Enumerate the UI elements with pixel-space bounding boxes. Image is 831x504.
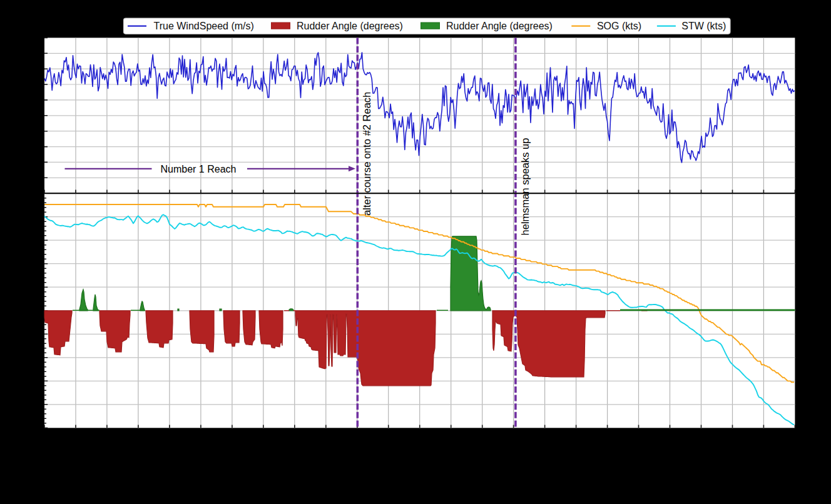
svg-text:Rudder Angle (degrees): Rudder Angle (degrees) [297,21,403,31]
svg-text:alter course onto #2 Reach: alter course onto #2 Reach [361,92,372,216]
svg-text:helmsman speaks up: helmsman speaks up [519,138,531,236]
svg-text:Rudder Angle (degrees): Rudder Angle (degrees) [446,21,553,31]
svg-text:True WindSpeed (m/s): True WindSpeed (m/s) [154,21,254,31]
svg-text:Number 1 Reach: Number 1 Reach [161,164,237,174]
svg-text:SOG (kts): SOG (kts) [597,21,641,31]
svg-text:STW (kts): STW (kts) [681,21,726,31]
